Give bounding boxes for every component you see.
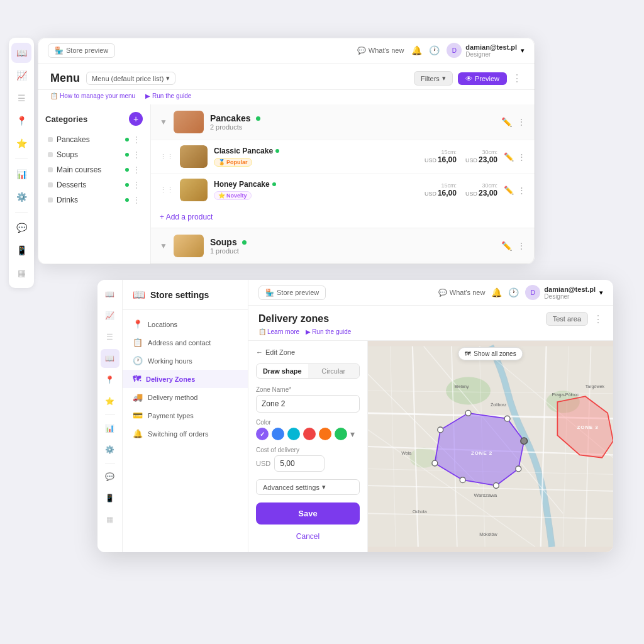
clock-icon[interactable]: 🕐 [429, 45, 439, 55]
category-item-drinks[interactable]: Drinks ⋮ [45, 192, 143, 208]
gs-divider-2 [15, 212, 28, 213]
draw-shape-tab[interactable]: Draw shape [257, 364, 308, 378]
honey-edit-icon[interactable]: ✏️ [504, 186, 514, 195]
link2-text: Run the guide [152, 92, 191, 99]
svg-point-28 [493, 483, 499, 489]
dz-clock-icon[interactable]: 🕐 [508, 287, 519, 297]
gs-icon-chart[interactable]: 📊 [11, 164, 31, 184]
color-swatch-green[interactable] [335, 428, 347, 440]
run-guide-link[interactable]: ▶ Run the guide [145, 92, 191, 99]
drag-handle-classic[interactable]: ⋮⋮ [160, 153, 174, 161]
soups-edit-icon[interactable]: ✏️ [501, 241, 512, 251]
cancel-button[interactable]: Cancel [256, 528, 360, 545]
novelty-badge: ⭐ Novelty [214, 191, 252, 200]
color-swatch-red[interactable] [303, 428, 316, 440]
cat-more-desserts[interactable]: ⋮ [133, 180, 140, 189]
switching-off-label: Switching off orders [148, 430, 208, 438]
color-more-icon[interactable]: ▾ [350, 429, 355, 439]
test-area-button[interactable]: Test area [546, 312, 588, 326]
dz-whats-new[interactable]: 💬 What's new [438, 289, 486, 297]
category-item-desserts[interactable]: Desserts ⋮ [45, 177, 143, 192]
color-label: Color [256, 419, 360, 426]
sgs-icon-10[interactable]: 📱 [101, 489, 119, 508]
pancakes-chevron[interactable]: ▼ [160, 118, 167, 126]
categories-title: Categories [45, 114, 87, 124]
more-icon[interactable]: ⋮ [512, 72, 522, 84]
category-item-main[interactable]: Main courses ⋮ [45, 162, 143, 177]
settings-nav-hours[interactable]: 🕐 Working hours [123, 352, 248, 370]
sgs-icon-4[interactable]: 📖 [101, 349, 119, 368]
honey-more-icon[interactable]: ⋮ [518, 186, 526, 195]
cat-more-main[interactable]: ⋮ [133, 165, 140, 174]
sgs-icon-1[interactable]: 📖 [101, 285, 119, 304]
sgs-icon-9[interactable]: 💬 [101, 467, 119, 486]
gs-icon-analytics[interactable]: 📈 [11, 65, 31, 86]
settings-nav-delivery-zones[interactable]: 🗺 Delivery Zones [123, 370, 248, 388]
sgs-icon-2[interactable]: 📈 [101, 306, 119, 325]
cat-more-pancakes[interactable]: ⋮ [133, 135, 140, 144]
menu-links: 📋 How to manage your menu ▶ Run the guid… [38, 90, 535, 104]
advanced-settings-button[interactable]: Advanced settings ▾ [256, 479, 360, 495]
add-product-row[interactable]: + Add a product [151, 206, 535, 228]
cat-more-drinks[interactable]: ⋮ [133, 196, 140, 204]
color-swatch-blue[interactable] [272, 428, 284, 440]
cat-name-main: Main courses [57, 165, 101, 174]
category-item-pancakes[interactable]: Pancakes ⋮ [45, 132, 143, 147]
pancakes-edit-icon[interactable]: ✏️ [501, 117, 512, 127]
dz-more-icon[interactable]: ⋮ [593, 313, 603, 325]
dz-user-info[interactable]: D damian@test.pl Designer ▾ [525, 285, 603, 300]
preview-button[interactable]: 👁 Preview [458, 72, 507, 85]
gs-icon-mobile[interactable]: 📱 [11, 240, 31, 260]
gs-icon-chat[interactable]: 💬 [11, 218, 31, 238]
cat-name-pancakes: Pancakes [57, 135, 90, 144]
circular-tab[interactable]: Circular [308, 364, 360, 378]
store-preview-button[interactable]: 🏪 Store preview [48, 43, 115, 58]
menu-dropdown[interactable]: Menu (default price list) ▾ [86, 72, 175, 85]
user-info[interactable]: D damian@test.pl Designer ▾ [447, 43, 525, 58]
dz-bell-icon[interactable]: 🔔 [491, 287, 502, 297]
pancakes-more-icon[interactable]: ⋮ [517, 117, 526, 127]
settings-nav-address[interactable]: 📋 Address and contact [123, 333, 248, 352]
settings-nav-delivery-method[interactable]: 🚚 Delivery method [123, 388, 248, 406]
dz-store-preview-button[interactable]: 🏪 Store preview [258, 286, 326, 300]
settings-nav-switching-off[interactable]: 🔔 Switching off orders [123, 425, 248, 443]
sgs-icon-6[interactable]: ⭐ [101, 392, 119, 411]
gs-icon-location[interactable]: 📍 [11, 111, 31, 131]
sgs-icon-8[interactable]: ⚙️ [101, 440, 119, 459]
gs-icon-settings[interactable]: ⚙️ [11, 187, 31, 207]
classic-more-icon[interactable]: ⋮ [518, 152, 526, 162]
gs-icon-list[interactable]: ☰ [11, 88, 31, 108]
bell-icon[interactable]: 🔔 [411, 45, 421, 55]
category-item-soups[interactable]: Soups ⋮ [45, 147, 143, 162]
sgs-icon-7[interactable]: 📊 [101, 419, 119, 438]
manage-menu-link[interactable]: 📋 How to manage your menu [50, 92, 135, 99]
color-swatch-cyan[interactable] [287, 428, 300, 440]
gs-icon-star[interactable]: ⭐ [11, 133, 31, 153]
sgs-icon-11[interactable]: ▦ [101, 510, 119, 529]
avatar: D [447, 43, 462, 58]
add-category-button[interactable]: + [129, 112, 143, 126]
save-button[interactable]: Save [256, 502, 360, 525]
settings-nav-payment[interactable]: 💳 Payment types [123, 406, 248, 425]
soups-more-icon[interactable]: ⋮ [517, 241, 526, 251]
filters-button[interactable]: Filters ▾ [414, 71, 453, 86]
classic-edit-icon[interactable]: ✏️ [504, 152, 514, 162]
show-all-zones-button[interactable]: 🗺 Show all zones [458, 347, 523, 360]
sgs-icon-5[interactable]: 📍 [101, 370, 119, 389]
gs-icon-menu[interactable]: 📖 [11, 43, 31, 63]
cost-input[interactable] [274, 455, 325, 472]
color-swatch-orange[interactable] [319, 428, 331, 440]
settings-nav-locations[interactable]: 📍 Locations [123, 315, 248, 333]
edit-zone-back[interactable]: ← Edit Zone [256, 348, 360, 356]
learn-more-link[interactable]: 📋 Learn more [258, 328, 299, 335]
zone-name-input[interactable] [256, 395, 360, 413]
gs-icon-grid[interactable]: ▦ [11, 263, 31, 283]
settings-title: Store settings [150, 290, 209, 300]
drag-handle-honey[interactable]: ⋮⋮ [160, 186, 174, 194]
run-guide-link-dz[interactable]: ▶ Run the guide [306, 328, 351, 335]
whats-new[interactable]: 💬 What's new [357, 47, 404, 55]
soups-chevron[interactable]: ▼ [160, 242, 167, 250]
sgs-icon-3[interactable]: ☰ [101, 328, 119, 347]
cat-more-soups[interactable]: ⋮ [133, 150, 140, 159]
color-swatch-purple[interactable] [256, 428, 269, 440]
